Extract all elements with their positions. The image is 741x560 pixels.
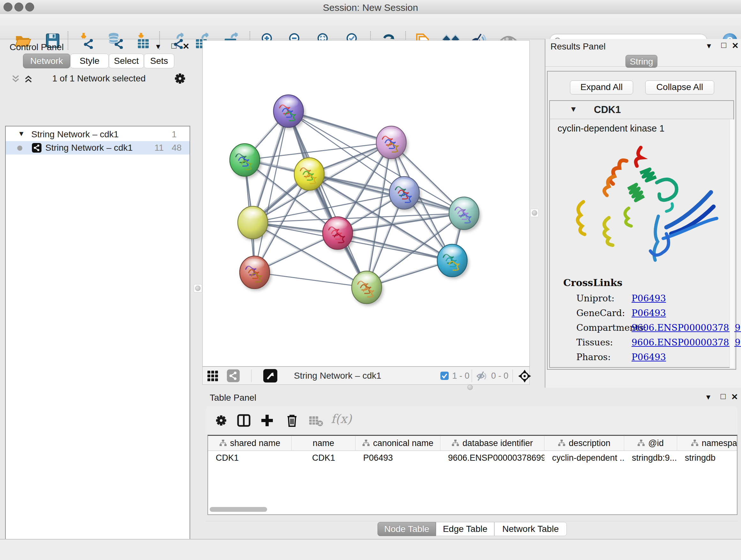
table-hscrollbar-thumb[interactable] bbox=[210, 507, 267, 512]
node-cdc6[interactable] bbox=[389, 177, 421, 211]
table-cell[interactable]: CDK1 bbox=[292, 450, 355, 465]
network-status-bar: String Network – cdk1 1 - 0 0 - 0 bbox=[202, 367, 530, 385]
column-type-icon bbox=[637, 440, 645, 447]
column-header-description[interactable]: description bbox=[544, 436, 624, 450]
node-entry-header[interactable]: ▼ CDK1 bbox=[550, 101, 733, 119]
node-cdkn1a[interactable] bbox=[437, 244, 469, 279]
node-rb1[interactable] bbox=[449, 197, 481, 232]
table-panel-close-icon[interactable]: ✕ bbox=[731, 392, 738, 402]
edge[interactable] bbox=[288, 111, 367, 287]
collection-label: String Network – cdk1 bbox=[31, 128, 119, 141]
expand-all-button[interactable]: Expand All bbox=[570, 80, 633, 95]
results-panel-undock-icon[interactable]: □ bbox=[721, 40, 726, 50]
network-view-toggle-icon[interactable] bbox=[227, 369, 240, 382]
edges bbox=[244, 110, 464, 288]
network-selector-row: 1 of 1 Network selected bbox=[0, 71, 195, 86]
column-header-shared-name[interactable]: shared name bbox=[208, 436, 292, 450]
tab-network-table[interactable]: Network Table bbox=[494, 522, 567, 536]
crosslink-value-link[interactable]: P06493 bbox=[631, 352, 666, 362]
main-toolbar: ? bbox=[0, 14, 741, 39]
table-panel-float-icon[interactable]: ▾ bbox=[706, 392, 711, 402]
delete-column-trash-icon[interactable] bbox=[286, 414, 298, 428]
tab-select[interactable]: Select bbox=[109, 54, 144, 68]
node-hist1h1a[interactable] bbox=[240, 256, 272, 291]
selected-counts: 1 - 0 bbox=[452, 371, 469, 381]
column-header-database-identifier[interactable]: database identifier bbox=[441, 436, 544, 450]
tab-sets[interactable]: Sets bbox=[144, 54, 174, 68]
column-header-label: description bbox=[569, 438, 610, 448]
tab-style[interactable]: Style bbox=[70, 54, 109, 68]
crosslink-row: GeneCard:P06493 bbox=[550, 306, 729, 320]
column-header-id[interactable]: @id bbox=[624, 436, 677, 450]
table-gear-icon[interactable] bbox=[215, 415, 227, 426]
control-panel-close-icon[interactable]: ✕ bbox=[183, 42, 190, 51]
tab-edge-table[interactable]: Edge Table bbox=[436, 522, 494, 536]
column-header-canonical-name[interactable]: canonical name bbox=[355, 436, 441, 450]
title-bar: Session: New Session bbox=[0, 0, 741, 14]
tab-node-table[interactable]: Node Table bbox=[378, 522, 436, 536]
node-cdk1[interactable] bbox=[294, 158, 326, 192]
table-panel-undock-icon[interactable]: □ bbox=[721, 391, 726, 401]
crosslink-label: Pharos: bbox=[576, 352, 611, 362]
grid-view-icon[interactable] bbox=[207, 370, 219, 382]
network-view-canvas[interactable] bbox=[202, 40, 530, 367]
birdseye-view-button[interactable] bbox=[263, 369, 277, 382]
results-scrollbar-track[interactable] bbox=[730, 119, 734, 368]
collection-collapse-icon[interactable]: ▼ bbox=[18, 127, 25, 140]
results-panel-float-icon[interactable]: ▾ bbox=[707, 41, 711, 51]
network-row-selected[interactable]: String Network – cdk1 11 48 bbox=[6, 141, 190, 154]
selected-checkbox-icon[interactable] bbox=[440, 371, 449, 380]
node-ccna1[interactable] bbox=[376, 126, 408, 161]
network-collection-row[interactable]: ▼ String Network – cdk1 1 bbox=[6, 128, 190, 141]
crosslink-row: Compartments:9606.ENSP00000378699 bbox=[550, 320, 729, 335]
node-table: shared namenamecanonical namedatabase id… bbox=[207, 435, 738, 515]
add-column-icon[interactable] bbox=[260, 414, 274, 428]
right-splitter-handle[interactable] bbox=[530, 209, 539, 217]
entry-gene-name: CDK1 bbox=[594, 104, 621, 116]
column-header-label: namespace bbox=[702, 438, 738, 448]
control-panel-tab-bar: NetworkStyleSelectSets bbox=[23, 54, 174, 68]
collapse-all-icon[interactable] bbox=[11, 74, 20, 84]
control-panel-title: Control Panel bbox=[10, 42, 64, 52]
table-cell[interactable]: stringdb bbox=[677, 450, 738, 465]
function-builder-icon[interactable]: f(x) bbox=[331, 412, 356, 426]
entry-collapse-icon[interactable]: ▼ bbox=[569, 105, 577, 114]
tab-string[interactable]: String bbox=[625, 55, 657, 68]
control-panel: Control Panel ▾ □ ✕ NetworkStyleSelectSe… bbox=[0, 39, 195, 539]
tab-network[interactable]: Network bbox=[23, 54, 70, 68]
show-columns-icon[interactable] bbox=[237, 414, 251, 427]
current-network-dot bbox=[17, 145, 22, 151]
table-cell[interactable]: stringdb:9... bbox=[624, 450, 677, 465]
crosslink-value-link[interactable]: P06493 bbox=[631, 308, 666, 318]
network-type-icon bbox=[32, 143, 42, 152]
current-network-title: String Network – cdk1 bbox=[294, 371, 381, 381]
column-type-icon bbox=[219, 440, 227, 447]
column-header-name[interactable]: name bbox=[292, 436, 355, 450]
table-cell[interactable]: cyclin-dependent ... bbox=[544, 450, 624, 465]
table-cell[interactable]: 9606.ENSP00000378699 bbox=[441, 450, 544, 465]
crosslink-value-link[interactable]: 9606.ENSP00000378699 bbox=[631, 322, 741, 333]
control-panel-undock-icon[interactable]: □ bbox=[172, 41, 177, 51]
fit-content-crosshair-icon[interactable] bbox=[518, 369, 531, 383]
crosslink-value-link[interactable]: P06493 bbox=[631, 293, 666, 304]
network-options-gear-icon[interactable] bbox=[174, 73, 186, 84]
collapse-all-button[interactable]: Collapse All bbox=[645, 80, 714, 95]
column-header-namespace[interactable]: namespace bbox=[677, 436, 738, 450]
delete-table-icon[interactable] bbox=[309, 415, 323, 427]
node-ccna2[interactable] bbox=[323, 217, 354, 252]
table-cell[interactable]: CDK1 bbox=[208, 450, 292, 465]
left-splitter-handle[interactable] bbox=[194, 284, 202, 293]
crosslink-value-link[interactable]: 9606.ENSP00000378699 bbox=[631, 337, 741, 348]
crosslinks-list: Uniprot:P06493GeneCard:P06493Compartment… bbox=[550, 291, 729, 365]
string-network-graph[interactable] bbox=[203, 41, 529, 366]
collection-count: 1 bbox=[172, 128, 177, 141]
network-node-count: 11 bbox=[154, 141, 164, 154]
node-ccnb2[interactable] bbox=[273, 95, 306, 130]
column-header-label: name bbox=[313, 438, 334, 448]
control-panel-float-icon[interactable]: ▾ bbox=[156, 42, 160, 51]
results-panel-close-icon[interactable]: ✕ bbox=[732, 41, 739, 51]
table-cell[interactable]: P06493 bbox=[355, 450, 441, 465]
node-cdc25b[interactable] bbox=[230, 144, 262, 179]
column-type-icon bbox=[558, 440, 565, 447]
expand-all-icon[interactable] bbox=[23, 74, 33, 84]
